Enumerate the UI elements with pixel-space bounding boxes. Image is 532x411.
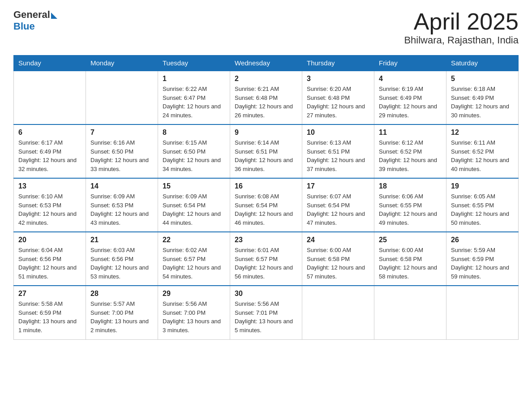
day-info: Sunrise: 6:11 AMSunset: 6:52 PMDaylight:… <box>451 138 514 173</box>
day-number: 9 <box>235 128 297 137</box>
table-row: 15Sunrise: 6:09 AMSunset: 6:54 PMDayligh… <box>158 178 230 232</box>
header-wednesday: Wednesday <box>230 56 302 71</box>
day-number: 20 <box>18 236 81 244</box>
day-number: 24 <box>307 236 369 244</box>
logo: General Blue <box>13 9 57 32</box>
table-row: 3Sunrise: 6:20 AMSunset: 6:48 PMDaylight… <box>302 71 374 124</box>
table-row: 14Sunrise: 6:09 AMSunset: 6:53 PMDayligh… <box>86 178 158 232</box>
table-row: 13Sunrise: 6:10 AMSunset: 6:53 PMDayligh… <box>14 178 86 232</box>
table-row: 8Sunrise: 6:15 AMSunset: 6:50 PMDaylight… <box>158 124 230 178</box>
table-row <box>302 286 374 339</box>
table-row: 17Sunrise: 6:07 AMSunset: 6:54 PMDayligh… <box>302 178 374 232</box>
day-number: 10 <box>307 128 369 137</box>
table-row: 26Sunrise: 5:59 AMSunset: 6:59 PMDayligh… <box>446 232 519 286</box>
day-number: 5 <box>451 75 514 83</box>
logo-general: General <box>13 9 50 21</box>
day-info: Sunrise: 6:20 AMSunset: 6:48 PMDaylight:… <box>307 85 369 120</box>
logo-blue: Blue <box>13 21 35 32</box>
day-info: Sunrise: 5:56 AMSunset: 7:01 PMDaylight:… <box>235 300 297 334</box>
day-number: 30 <box>235 290 297 298</box>
header-friday: Friday <box>374 56 446 71</box>
header-monday: Monday <box>86 56 158 71</box>
day-info: Sunrise: 6:07 AMSunset: 6:54 PMDaylight:… <box>307 192 369 227</box>
table-row: 4Sunrise: 6:19 AMSunset: 6:49 PMDaylight… <box>374 71 446 124</box>
day-number: 11 <box>379 128 442 137</box>
day-number: 21 <box>90 236 153 244</box>
header-sunday: Sunday <box>14 56 86 71</box>
table-row: 12Sunrise: 6:11 AMSunset: 6:52 PMDayligh… <box>446 124 519 178</box>
table-row: 7Sunrise: 6:16 AMSunset: 6:50 PMDaylight… <box>86 124 158 178</box>
table-row: 22Sunrise: 6:02 AMSunset: 6:57 PMDayligh… <box>158 232 230 286</box>
table-row: 2Sunrise: 6:21 AMSunset: 6:48 PMDaylight… <box>230 71 302 124</box>
calendar-table: Sunday Monday Tuesday Wednesday Thursday… <box>13 55 519 340</box>
day-number: 3 <box>307 75 369 83</box>
day-number: 4 <box>379 75 442 83</box>
day-number: 6 <box>18 128 81 137</box>
day-number: 14 <box>90 182 153 190</box>
day-info: Sunrise: 6:09 AMSunset: 6:54 PMDaylight:… <box>163 192 225 227</box>
title-block: April 2025 Bhilwara, Rajasthan, India <box>404 9 519 46</box>
day-info: Sunrise: 6:01 AMSunset: 6:57 PMDaylight:… <box>235 246 297 281</box>
table-row: 28Sunrise: 5:57 AMSunset: 7:00 PMDayligh… <box>86 286 158 339</box>
day-number: 1 <box>163 75 225 83</box>
day-info: Sunrise: 6:00 AMSunset: 6:58 PMDaylight:… <box>307 246 369 281</box>
day-info: Sunrise: 6:05 AMSunset: 6:55 PMDaylight:… <box>451 192 514 227</box>
table-row: 23Sunrise: 6:01 AMSunset: 6:57 PMDayligh… <box>230 232 302 286</box>
header-thursday: Thursday <box>302 56 374 71</box>
calendar-week-row: 6Sunrise: 6:17 AMSunset: 6:49 PMDaylight… <box>14 124 519 178</box>
day-info: Sunrise: 6:16 AMSunset: 6:50 PMDaylight:… <box>90 138 153 173</box>
day-info: Sunrise: 5:56 AMSunset: 7:00 PMDaylight:… <box>163 300 225 334</box>
table-row: 21Sunrise: 6:03 AMSunset: 6:56 PMDayligh… <box>86 232 158 286</box>
day-info: Sunrise: 6:15 AMSunset: 6:50 PMDaylight:… <box>163 138 225 173</box>
day-info: Sunrise: 6:19 AMSunset: 6:49 PMDaylight:… <box>379 85 442 120</box>
day-info: Sunrise: 6:18 AMSunset: 6:49 PMDaylight:… <box>451 85 514 120</box>
table-row: 20Sunrise: 6:04 AMSunset: 6:56 PMDayligh… <box>14 232 86 286</box>
day-info: Sunrise: 6:09 AMSunset: 6:53 PMDaylight:… <box>90 192 153 227</box>
table-row: 10Sunrise: 6:13 AMSunset: 6:51 PMDayligh… <box>302 124 374 178</box>
header-saturday: Saturday <box>446 56 519 71</box>
day-info: Sunrise: 6:13 AMSunset: 6:51 PMDaylight:… <box>307 138 369 173</box>
table-row <box>374 286 446 339</box>
table-row: 30Sunrise: 5:56 AMSunset: 7:01 PMDayligh… <box>230 286 302 339</box>
day-number: 17 <box>307 182 369 190</box>
month-title: April 2025 <box>404 9 519 34</box>
table-row: 24Sunrise: 6:00 AMSunset: 6:58 PMDayligh… <box>302 232 374 286</box>
day-number: 29 <box>163 290 225 298</box>
location-title: Bhilwara, Rajasthan, India <box>404 34 519 46</box>
day-info: Sunrise: 6:06 AMSunset: 6:55 PMDaylight:… <box>379 192 442 227</box>
calendar-week-row: 20Sunrise: 6:04 AMSunset: 6:56 PMDayligh… <box>14 232 519 286</box>
day-number: 16 <box>235 182 297 190</box>
day-number: 22 <box>163 236 225 244</box>
table-row <box>446 286 519 339</box>
calendar-week-row: 27Sunrise: 5:58 AMSunset: 6:59 PMDayligh… <box>14 286 519 339</box>
day-number: 2 <box>235 75 297 83</box>
day-info: Sunrise: 6:12 AMSunset: 6:52 PMDaylight:… <box>379 138 442 173</box>
table-row: 11Sunrise: 6:12 AMSunset: 6:52 PMDayligh… <box>374 124 446 178</box>
table-row: 16Sunrise: 6:08 AMSunset: 6:54 PMDayligh… <box>230 178 302 232</box>
logo-triangle-icon <box>51 13 57 19</box>
table-row: 29Sunrise: 5:56 AMSunset: 7:00 PMDayligh… <box>158 286 230 339</box>
day-number: 23 <box>235 236 297 244</box>
day-info: Sunrise: 6:08 AMSunset: 6:54 PMDaylight:… <box>235 192 297 227</box>
table-row: 1Sunrise: 6:22 AMSunset: 6:47 PMDaylight… <box>158 71 230 124</box>
day-number: 28 <box>90 290 153 298</box>
table-row: 27Sunrise: 5:58 AMSunset: 6:59 PMDayligh… <box>14 286 86 339</box>
day-info: Sunrise: 5:58 AMSunset: 6:59 PMDaylight:… <box>18 300 81 334</box>
calendar-week-row: 13Sunrise: 6:10 AMSunset: 6:53 PMDayligh… <box>14 178 519 232</box>
table-row: 5Sunrise: 6:18 AMSunset: 6:49 PMDaylight… <box>446 71 519 124</box>
day-number: 15 <box>163 182 225 190</box>
table-row: 18Sunrise: 6:06 AMSunset: 6:55 PMDayligh… <box>374 178 446 232</box>
day-info: Sunrise: 6:17 AMSunset: 6:49 PMDaylight:… <box>18 138 81 173</box>
table-row <box>86 71 158 124</box>
day-number: 18 <box>379 182 442 190</box>
day-number: 8 <box>163 128 225 137</box>
day-number: 12 <box>451 128 514 137</box>
day-number: 13 <box>18 182 81 190</box>
table-row: 9Sunrise: 6:14 AMSunset: 6:51 PMDaylight… <box>230 124 302 178</box>
day-info: Sunrise: 6:03 AMSunset: 6:56 PMDaylight:… <box>90 246 153 281</box>
header-tuesday: Tuesday <box>158 56 230 71</box>
day-info: Sunrise: 6:22 AMSunset: 6:47 PMDaylight:… <box>163 85 225 120</box>
day-info: Sunrise: 6:14 AMSunset: 6:51 PMDaylight:… <box>235 138 297 173</box>
day-info: Sunrise: 6:02 AMSunset: 6:57 PMDaylight:… <box>163 246 225 281</box>
day-info: Sunrise: 5:57 AMSunset: 7:00 PMDaylight:… <box>90 300 153 334</box>
